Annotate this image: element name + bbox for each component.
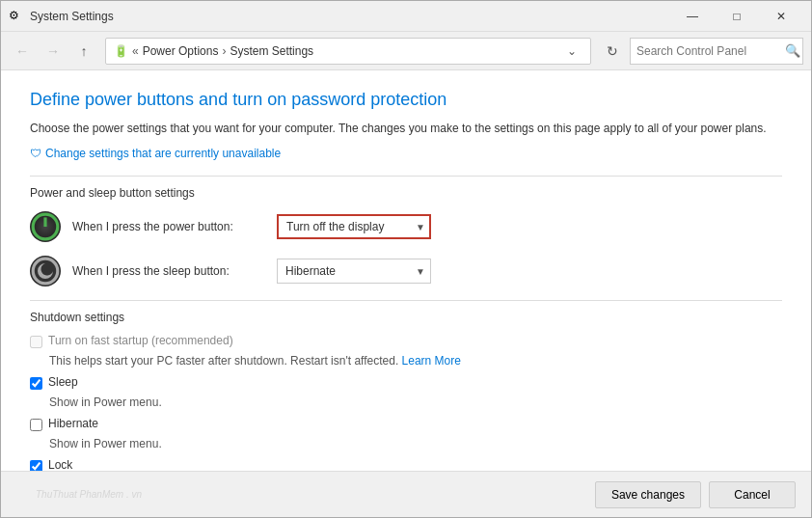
power-button-label: When I press the power button: <box>72 220 265 233</box>
divider-1 <box>30 176 782 177</box>
page-title: Define power buttons and turn on passwor… <box>30 90 782 110</box>
learn-more-link[interactable]: Learn More <box>402 354 461 368</box>
sleep-row: Sleep <box>30 375 782 390</box>
power-button-dropdown[interactable]: Do nothing Sleep Hibernate Shut down Tur… <box>277 214 431 239</box>
window-controls: — □ ✕ <box>670 1 803 32</box>
search-icon[interactable]: 🔍 <box>785 43 800 58</box>
power-button-dropdown-wrapper: Do nothing Sleep Hibernate Shut down Tur… <box>277 214 431 239</box>
breadcrumb-current: System Settings <box>230 44 313 58</box>
maximize-button[interactable]: □ <box>715 1 759 32</box>
svg-point-2 <box>33 259 58 284</box>
minimize-button[interactable]: — <box>670 1 715 32</box>
sleep-label: Sleep <box>48 375 78 389</box>
back-button[interactable]: ← <box>9 38 36 65</box>
page-description: Choose the power settings that you want … <box>30 120 782 137</box>
close-button[interactable]: ✕ <box>759 1 803 32</box>
hibernate-checkbox[interactable] <box>30 419 42 431</box>
sleep-button-dropdown-wrapper: Do nothing Sleep Hibernate Shut down ▼ <box>277 259 431 284</box>
nav-bar: ← → ↑ 🔋 « Power Options › System Setting… <box>1 32 811 70</box>
forward-button[interactable]: → <box>40 38 67 65</box>
breadcrumb-icon: 🔋 <box>114 44 128 58</box>
lock-row: Lock <box>30 458 782 471</box>
power-button-icon <box>30 211 61 242</box>
sleep-button-row: When I press the sleep button: Do nothin… <box>30 256 782 286</box>
lock-label: Lock <box>48 458 72 471</box>
breadcrumb-dropdown-arrow[interactable]: ⌄ <box>561 42 582 60</box>
breadcrumb-arrow-sep: › <box>222 44 226 58</box>
change-settings-link[interactable]: 🛡 Change settings that are currently una… <box>30 147 782 160</box>
search-box: 🔍 <box>630 38 803 65</box>
sleep-button-label: When I press the sleep button: <box>72 264 265 278</box>
up-button[interactable]: ↑ <box>70 38 97 65</box>
window-icon: ⚙ <box>9 9 24 24</box>
divider-2 <box>30 300 782 301</box>
shutdown-section: Shutdown settings Turn on fast startup (… <box>30 311 782 471</box>
fast-startup-desc: This helps start your PC faster after sh… <box>49 354 782 368</box>
power-sleep-section-title: Power and sleep button settings <box>30 186 782 200</box>
sleep-checkbox[interactable] <box>30 377 42 390</box>
sleep-desc: Show in Power menu. <box>49 395 782 409</box>
breadcrumb-separator: « <box>132 44 139 58</box>
window-title: System Settings <box>30 10 670 23</box>
shield-icon: 🛡 <box>30 147 41 160</box>
sleep-button-icon <box>30 256 61 286</box>
breadcrumb-link-power-options[interactable]: Power Options <box>143 44 219 58</box>
hibernate-row: Hibernate <box>30 417 782 431</box>
fast-startup-checkbox[interactable] <box>30 336 42 348</box>
footer: ThuThuat PhanMem . vn Save changes Cance… <box>1 471 811 517</box>
lock-checkbox[interactable] <box>30 460 42 471</box>
watermark: ThuThuat PhanMem . vn <box>16 489 587 500</box>
search-input[interactable] <box>636 44 781 58</box>
hibernate-label: Hibernate <box>48 417 98 430</box>
save-button[interactable]: Save changes <box>595 481 701 508</box>
fast-startup-row: Turn on fast startup (recommended) <box>30 334 782 348</box>
fast-startup-label: Turn on fast startup (recommended) <box>48 334 233 347</box>
breadcrumb: 🔋 « Power Options › System Settings ⌄ <box>105 38 591 65</box>
content-area: Define power buttons and turn on passwor… <box>1 70 811 471</box>
refresh-button[interactable]: ↻ <box>599 38 626 65</box>
cancel-button[interactable]: Cancel <box>709 481 796 508</box>
change-settings-text[interactable]: Change settings that are currently unava… <box>45 147 281 160</box>
power-button-row: When I press the power button: Do nothin… <box>30 211 782 242</box>
sleep-button-dropdown[interactable]: Do nothing Sleep Hibernate Shut down <box>277 259 431 284</box>
title-bar: ⚙ System Settings — □ ✕ <box>1 1 811 32</box>
hibernate-desc: Show in Power menu. <box>49 437 782 450</box>
shutdown-section-title: Shutdown settings <box>30 311 782 324</box>
